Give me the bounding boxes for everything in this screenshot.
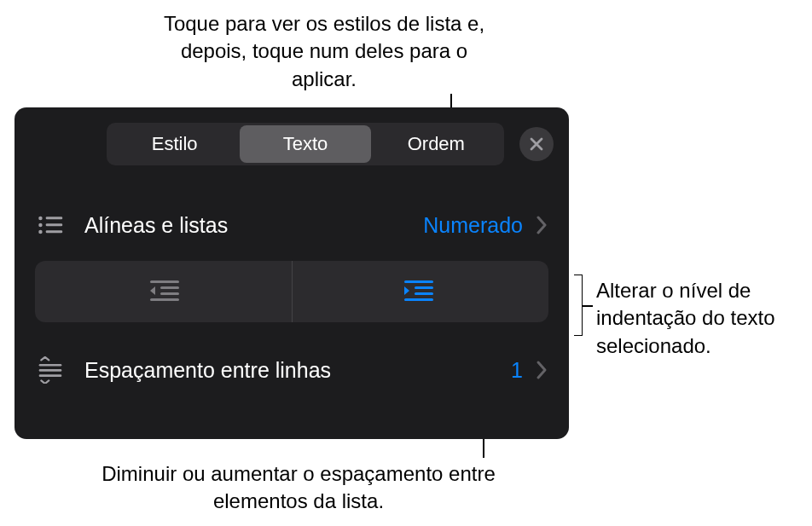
- tab-label: Estilo: [152, 133, 198, 154]
- svg-rect-12: [415, 292, 433, 295]
- callout-text: Alterar o nível de indentação do texto s…: [596, 279, 775, 357]
- callout-text: Toque para ver os estilos de lista e, de…: [164, 12, 484, 90]
- svg-rect-10: [404, 280, 433, 283]
- svg-rect-14: [39, 364, 62, 367]
- callout-line-spacing: Diminuir ou aumentar o espaçamento entre…: [94, 460, 503, 516]
- callout-indent: Alterar o nível de indentação do texto s…: [596, 277, 809, 360]
- svg-rect-1: [46, 217, 63, 219]
- svg-rect-3: [46, 223, 63, 226]
- svg-rect-6: [150, 280, 179, 283]
- row-value: Numerado: [423, 213, 523, 238]
- row-bullets-lists[interactable]: Alíneas e listas Numerado: [14, 184, 569, 256]
- svg-point-0: [38, 217, 42, 220]
- svg-rect-16: [39, 374, 62, 377]
- outdent-button[interactable]: [35, 261, 293, 322]
- callout-line: [583, 305, 593, 307]
- indent-button[interactable]: [293, 261, 549, 322]
- panel-header: Estilo Texto Ordem: [14, 123, 569, 184]
- close-icon: [529, 136, 544, 152]
- tab-label: Texto: [283, 133, 328, 154]
- chevron-right-icon: [535, 360, 548, 380]
- tab-style[interactable]: Estilo: [109, 125, 240, 163]
- callout-text: Diminuir ou aumentar o espaçamento entre…: [102, 462, 496, 512]
- svg-rect-5: [46, 230, 63, 233]
- segmented-control: Estilo Texto Ordem: [107, 123, 504, 165]
- line-spacing-icon: [35, 355, 66, 385]
- indent-icon: [399, 277, 442, 306]
- callout-list-styles: Toque para ver os estilos de lista e, de…: [154, 10, 495, 93]
- outdent-icon: [142, 277, 184, 306]
- svg-rect-11: [415, 286, 433, 289]
- list-icon: [35, 210, 66, 240]
- row-label: Espaçamento entre linhas: [84, 358, 511, 383]
- svg-rect-15: [39, 369, 62, 372]
- svg-point-2: [38, 223, 42, 227]
- svg-rect-13: [404, 298, 433, 301]
- row-line-spacing[interactable]: Espaçamento entre linhas 1: [14, 331, 569, 401]
- row-value: 1: [511, 358, 523, 383]
- indent-button-group: [35, 261, 548, 322]
- tab-label: Ordem: [408, 133, 465, 154]
- format-panel: Estilo Texto Ordem: [14, 107, 569, 439]
- svg-rect-8: [160, 292, 179, 295]
- tab-order[interactable]: Ordem: [371, 125, 502, 163]
- chevron-right-icon: [535, 215, 548, 235]
- svg-point-4: [38, 230, 42, 234]
- close-button[interactable]: [519, 127, 554, 161]
- tab-text[interactable]: Texto: [240, 125, 370, 163]
- row-label: Alíneas e listas: [84, 213, 423, 238]
- svg-rect-7: [160, 286, 179, 289]
- svg-rect-9: [150, 298, 179, 301]
- callout-bracket: [574, 275, 583, 336]
